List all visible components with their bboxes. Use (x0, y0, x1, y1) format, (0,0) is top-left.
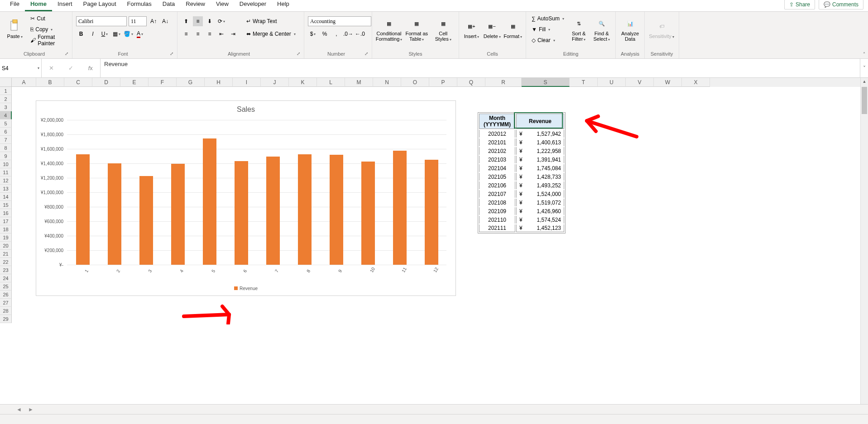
cell-month[interactable]: 202109 (479, 207, 515, 215)
merge-center-button[interactable]: ⬌Merge & Center (245, 29, 297, 39)
decrease-indent-icon[interactable]: ⇤ (216, 29, 226, 39)
row-header[interactable]: 14 (0, 193, 12, 201)
vertical-scrollbar[interactable]: ▲ ▼ (860, 78, 868, 414)
table-row[interactable]: 202105¥1,428,733 (479, 173, 564, 181)
row-header[interactable]: 23 (0, 266, 12, 274)
row-header[interactable]: 29 (0, 315, 12, 323)
chart-bar[interactable] (235, 161, 248, 265)
table-row[interactable]: 202107¥1,524,000 (479, 190, 564, 198)
comma-format-icon[interactable]: , (331, 29, 341, 39)
cancel-formula-icon[interactable]: ✕ (49, 65, 54, 71)
analyze-data-button[interactable]: 📊Analyze Data (619, 14, 641, 45)
cell-month[interactable]: 202111 (479, 224, 515, 232)
row-header[interactable]: 22 (0, 258, 12, 266)
cell-revenue-wrap[interactable]: ¥1,527,942 (516, 130, 564, 138)
column-header[interactable]: A (12, 78, 36, 87)
sort-filter-button[interactable]: ⇅Sort & Filter (569, 14, 589, 45)
embedded-chart[interactable]: Sales ¥-¥200,000¥400,000¥600,000¥800,000… (36, 100, 456, 296)
table-row[interactable]: 202103¥1,391,941 (479, 156, 564, 163)
cut-button[interactable]: ✂Cut (29, 14, 68, 24)
column-header[interactable]: M (345, 78, 373, 87)
table-row[interactable]: 202110¥1,574,524 (479, 216, 564, 224)
chart-bar[interactable] (298, 154, 312, 265)
row-header[interactable]: 6 (0, 128, 12, 136)
column-header[interactable]: D (92, 78, 120, 87)
chart-bar[interactable] (203, 138, 216, 265)
row-header[interactable]: 25 (0, 282, 12, 291)
align-center-icon[interactable]: ≡ (193, 29, 203, 39)
column-header[interactable]: G (177, 78, 205, 87)
copy-button[interactable]: ⎘Copy (29, 24, 68, 34)
align-middle-icon[interactable]: ≡ (193, 16, 203, 26)
clear-button[interactable]: ◇Clear (530, 35, 566, 45)
clipboard-launcher-icon[interactable]: ⤢ (65, 51, 68, 56)
cell-month[interactable]: 202105 (479, 173, 515, 181)
cell-revenue-wrap[interactable]: ¥1,426,960 (516, 207, 564, 215)
wrap-text-button[interactable]: ↵Wrap Text (245, 16, 297, 26)
row-header[interactable]: 28 (0, 307, 12, 315)
scroll-up-icon[interactable]: ▲ (861, 78, 868, 86)
row-header[interactable]: 9 (0, 152, 12, 160)
table-row[interactable]: 202012¥1,527,942 (479, 130, 564, 138)
cell-styles-button[interactable]: ▦Cell Styles (432, 14, 456, 45)
cell-revenue-wrap[interactable]: ¥1,524,000 (516, 190, 564, 198)
format-as-table-button[interactable]: ▦Format as Table (405, 14, 429, 45)
chart-bar[interactable] (139, 176, 153, 265)
row-header[interactable]: 16 (0, 209, 12, 217)
row-header[interactable]: 17 (0, 217, 12, 225)
table-row[interactable]: 202109¥1,426,960 (479, 207, 564, 215)
cell-month[interactable]: 202101 (479, 138, 515, 146)
font-size-input[interactable] (129, 16, 147, 26)
row-header[interactable]: 19 (0, 233, 12, 242)
row-header[interactable]: 12 (0, 176, 12, 185)
orientation-icon[interactable]: ⟳ (216, 16, 226, 26)
column-header[interactable]: J (261, 78, 289, 87)
cell-revenue-wrap[interactable]: ¥1,400,613 (516, 138, 564, 146)
cell-revenue-wrap[interactable]: ¥1,745,084 (516, 164, 564, 172)
decrease-font-icon[interactable]: A↓ (160, 16, 170, 26)
tab-file[interactable]: File (5, 0, 25, 11)
tab-formulas[interactable]: Formulas (122, 0, 157, 11)
table-row[interactable]: 202102¥1,222,958 (479, 147, 564, 155)
cell-month[interactable]: 202103 (479, 156, 515, 163)
column-header[interactable]: V (626, 78, 654, 87)
column-header[interactable]: L (317, 78, 345, 87)
scroll-thumb[interactable] (862, 87, 867, 114)
column-header[interactable]: B (36, 78, 64, 87)
fill-button[interactable]: ▼Fill (530, 24, 566, 34)
align-top-icon[interactable]: ⬆ (181, 16, 191, 26)
formula-input[interactable]: Revenue (101, 59, 860, 77)
column-header[interactable]: R (485, 78, 522, 87)
row-header[interactable]: 2 (0, 95, 12, 103)
cell-revenue-wrap[interactable]: ¥1,391,941 (516, 156, 564, 163)
tab-help[interactable]: Help (272, 0, 295, 11)
tab-review[interactable]: Review (180, 0, 211, 11)
name-box[interactable]: ▾ (0, 59, 42, 77)
row-header[interactable]: 5 (0, 119, 12, 128)
chart-bar[interactable] (76, 154, 90, 265)
column-header[interactable]: W (654, 78, 682, 87)
cell-month[interactable]: 202110 (479, 216, 515, 224)
cell-revenue-wrap[interactable]: ¥1,519,072 (516, 199, 564, 206)
delete-cells-button[interactable]: ▦−Delete (483, 14, 501, 45)
column-header[interactable]: F (149, 78, 177, 87)
row-header[interactable]: 21 (0, 250, 12, 258)
row-header[interactable]: 18 (0, 225, 12, 233)
sheet-nav-prev-icon[interactable]: ◄ (14, 406, 24, 413)
tab-insert[interactable]: Insert (52, 0, 78, 11)
sheet-tab-bar[interactable]: ◄ ► (0, 404, 868, 414)
autosum-button[interactable]: ∑AutoSum (530, 14, 566, 24)
row-header[interactable]: 3 (0, 103, 12, 111)
tab-view[interactable]: View (211, 0, 234, 11)
font-launcher-icon[interactable]: ⤢ (170, 51, 173, 56)
insert-cells-button[interactable]: ▦+Insert (463, 14, 480, 45)
revenue-data-table[interactable]: Month (YYYYMM) Revenue 202012¥1,527,9422… (478, 112, 566, 233)
chart-bar[interactable] (171, 164, 185, 265)
fill-color-button[interactable]: 🪣 (123, 29, 133, 39)
increase-indent-icon[interactable]: ⇥ (228, 29, 238, 39)
conditional-formatting-button[interactable]: ▦Conditional Formatting (376, 14, 402, 45)
chart-bar[interactable] (361, 162, 375, 265)
table-row[interactable]: 202104¥1,745,084 (479, 164, 564, 172)
chart-bar[interactable] (425, 160, 438, 265)
expand-formula-bar-icon[interactable]: ˅ (860, 59, 868, 77)
